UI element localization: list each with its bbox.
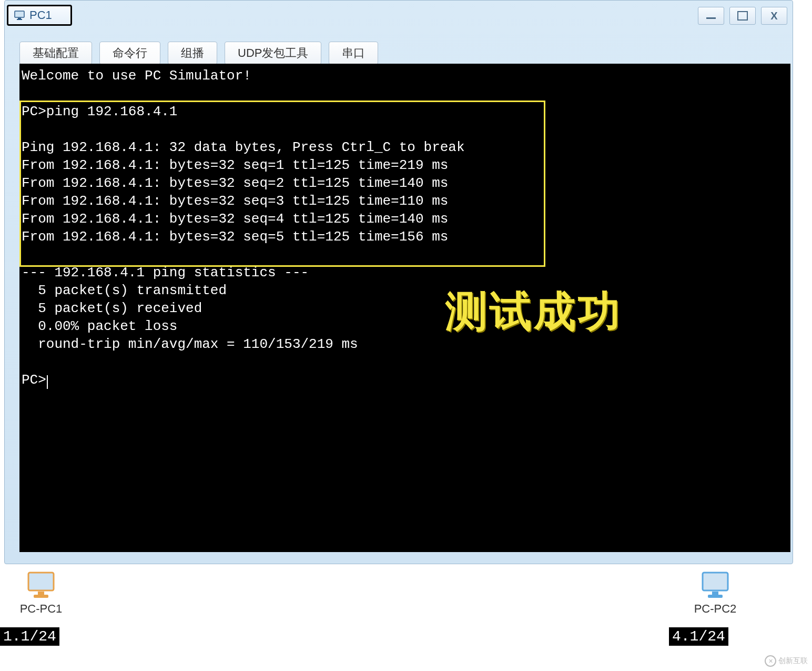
terminal[interactable]: Welcome to use PC Simulator! PC>ping 192… — [19, 64, 790, 552]
overlay-success-text: 测试成功 — [445, 306, 622, 324]
window-tab-label: PC1 — [29, 8, 52, 22]
svg-rect-4 — [38, 592, 44, 595]
terminal-stats: 5 packet(s) transmitted — [22, 283, 227, 298]
terminal-line: From 192.168.4.1: bytes=32 seq=3 ttl=125… — [22, 193, 448, 209]
app-window: PC1 X 基础配置 命令行 组播 UDP发包工具 串口 Welcome to … — [4, 0, 793, 564]
titlebar[interactable]: PC1 X — [5, 1, 793, 30]
ip-label-pc1: 1.1/24 — [0, 627, 59, 646]
terminal-line: From 192.168.4.1: bytes=32 seq=2 ttl=125… — [22, 175, 448, 191]
tab-udp-tool[interactable]: UDP发包工具 — [225, 42, 321, 65]
monitor-icon — [699, 572, 731, 600]
cursor-icon — [47, 375, 48, 389]
tab-label: 组播 — [181, 45, 204, 61]
device-label: PC-PC1 — [15, 602, 67, 616]
terminal-line: PC>ping 192.168.4.1 — [22, 104, 177, 119]
tab-multicast[interactable]: 组播 — [168, 42, 217, 65]
terminal-line: From 192.168.4.1: bytes=32 seq=1 ttl=125… — [22, 157, 448, 173]
tab-command-line[interactable]: 命令行 — [99, 42, 160, 65]
svg-rect-7 — [712, 592, 718, 595]
pc-icon — [13, 8, 26, 22]
close-button[interactable]: X — [761, 7, 787, 25]
svg-rect-2 — [17, 19, 22, 20]
terminal-welcome: Welcome to use PC Simulator! — [22, 68, 251, 84]
tab-label: 命令行 — [113, 45, 147, 61]
tab-serial[interactable]: 串口 — [329, 42, 378, 65]
tab-basic-config[interactable]: 基础配置 — [19, 42, 92, 65]
device-label: PC-PC2 — [689, 602, 742, 616]
maximize-button[interactable] — [729, 7, 756, 25]
watermark: ✕ 创新互联 — [765, 655, 808, 667]
svg-rect-8 — [708, 595, 723, 598]
tab-label: UDP发包工具 — [238, 45, 308, 61]
terminal-stats: round-trip min/avg/max = 110/153/219 ms — [22, 336, 358, 352]
window-tab-pc1[interactable]: PC1 — [7, 5, 72, 26]
terminal-prompt: PC> — [22, 372, 46, 388]
svg-rect-1 — [18, 18, 21, 19]
device-pc1[interactable]: PC-PC1 — [15, 572, 67, 616]
ip-label-pc2: 4.1/24 — [669, 627, 728, 646]
svg-rect-3 — [28, 573, 54, 590]
monitor-icon — [25, 572, 57, 600]
terminal-line: From 192.168.4.1: bytes=32 seq=5 ttl=125… — [22, 229, 448, 245]
tab-label: 基础配置 — [33, 45, 79, 61]
minimize-button[interactable] — [698, 7, 724, 25]
watermark-text: 创新互联 — [778, 656, 808, 666]
terminal-line: Ping 192.168.4.1: 32 data bytes, Press C… — [22, 139, 465, 155]
logo-icon: ✕ — [765, 655, 776, 667]
terminal-stats: --- 192.168.4.1 ping statistics --- — [22, 265, 309, 281]
svg-rect-6 — [703, 573, 728, 590]
window-controls: X — [698, 7, 787, 25]
device-pc2[interactable]: PC-PC2 — [689, 572, 742, 616]
tab-strip: 基础配置 命令行 组播 UDP发包工具 串口 — [19, 42, 378, 65]
terminal-stats: 0.00% packet loss — [22, 318, 177, 334]
terminal-line: From 192.168.4.1: bytes=32 seq=4 ttl=125… — [22, 211, 448, 227]
tab-label: 串口 — [342, 45, 365, 61]
svg-rect-5 — [34, 595, 48, 598]
terminal-stats: 5 packet(s) received — [22, 301, 202, 316]
svg-rect-0 — [15, 11, 24, 17]
